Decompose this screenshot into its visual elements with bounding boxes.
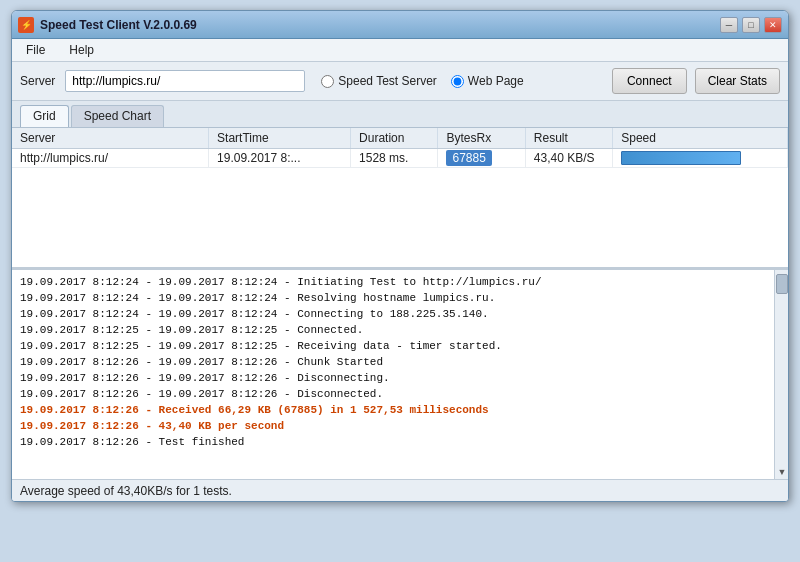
tab-bar: Grid Speed Chart [12,101,788,128]
col-duration: Duration [351,128,438,149]
scrollbar-thumb[interactable] [776,274,788,294]
connect-button[interactable]: Connect [612,68,687,94]
log-line: 19.09.2017 8:12:24 - 19.09.2017 8:12:24 … [20,274,766,290]
grid-header-row: Server StartTime Duration BytesRx Result… [12,128,788,149]
log-line: 19.09.2017 8:12:26 - Test finished [20,434,766,450]
speed-bar [621,151,741,165]
app-icon: ⚡ [18,17,34,33]
speed-bar-cell [621,151,779,165]
col-speed: Speed [613,128,788,149]
tab-grid[interactable]: Grid [20,105,69,127]
main-window: ⚡ Speed Test Client V.2.0.0.69 ─ □ ✕ Fil… [11,10,789,502]
radio-web-label: Web Page [468,74,524,88]
scrollbar-arrows: ▼ [775,465,789,479]
menu-file[interactable]: File [18,41,53,59]
radio-speed-label: Speed Test Server [338,74,437,88]
scroll-down-arrow[interactable]: ▼ [776,465,789,479]
grid-table: Server StartTime Duration BytesRx Result… [12,128,788,168]
toolbar: Server Speed Test Server Web Page Connec… [12,62,788,101]
title-bar: ⚡ Speed Test Client V.2.0.0.69 ─ □ ✕ [12,11,788,39]
log-line: 19.09.2017 8:12:25 - 19.09.2017 8:12:25 … [20,338,766,354]
maximize-button[interactable]: □ [742,17,760,33]
radio-web-input[interactable] [451,75,464,88]
menu-bar: File Help [12,39,788,62]
cell-server: http://lumpics.ru/ [12,149,209,168]
log-line: 19.09.2017 8:12:26 - 19.09.2017 8:12:26 … [20,386,766,402]
radio-speed-option[interactable]: Speed Test Server [321,74,437,88]
server-label: Server [20,74,55,88]
cell-duration: 1528 ms. [351,149,438,168]
col-result: Result [525,128,612,149]
log-line: 19.09.2017 8:12:26 - 19.09.2017 8:12:26 … [20,370,766,386]
log-line: 19.09.2017 8:12:26 - 19.09.2017 8:12:26 … [20,354,766,370]
log-line: 19.09.2017 8:12:24 - 19.09.2017 8:12:24 … [20,306,766,322]
col-start-time: StartTime [209,128,351,149]
cell-result: 43,40 KB/S [525,149,612,168]
close-button[interactable]: ✕ [764,17,782,33]
bytes-value: 67885 [446,150,491,166]
clear-stats-button[interactable]: Clear Stats [695,68,780,94]
log-container[interactable]: 19.09.2017 8:12:24 - 19.09.2017 8:12:24 … [12,269,774,479]
server-input[interactable] [65,70,305,92]
log-line: 19.09.2017 8:12:25 - 19.09.2017 8:12:25 … [20,322,766,338]
col-bytes-rx: BytesRx [438,128,525,149]
status-text: Average speed of 43,40KB/s for 1 tests. [20,484,232,498]
radio-web-option[interactable]: Web Page [451,74,524,88]
cell-speed [613,149,788,168]
minimize-button[interactable]: ─ [720,17,738,33]
cell-start-time: 19.09.2017 8:... [209,149,351,168]
log-scrollbar[interactable]: ▼ [774,269,788,479]
tab-speed-chart[interactable]: Speed Chart [71,105,164,127]
status-bar: Average speed of 43,40KB/s for 1 tests. [12,479,788,501]
col-server: Server [12,128,209,149]
cell-bytes-rx: 67885 [438,149,525,168]
radio-speed-input[interactable] [321,75,334,88]
grid-container[interactable]: Server StartTime Duration BytesRx Result… [12,128,788,268]
table-row: http://lumpics.ru/ 19.09.2017 8:... 1528… [12,149,788,168]
log-line-highlight: 19.09.2017 8:12:26 - 43,40 KB per second [20,418,766,434]
log-line-highlight: 19.09.2017 8:12:26 - Received 66,29 KB (… [20,402,766,418]
log-line: 19.09.2017 8:12:24 - 19.09.2017 8:12:24 … [20,290,766,306]
window-controls: ─ □ ✕ [720,17,782,33]
window-title: Speed Test Client V.2.0.0.69 [40,18,720,32]
log-wrapper: 19.09.2017 8:12:24 - 19.09.2017 8:12:24 … [12,268,788,479]
menu-help[interactable]: Help [61,41,102,59]
radio-group: Speed Test Server Web Page [321,74,523,88]
